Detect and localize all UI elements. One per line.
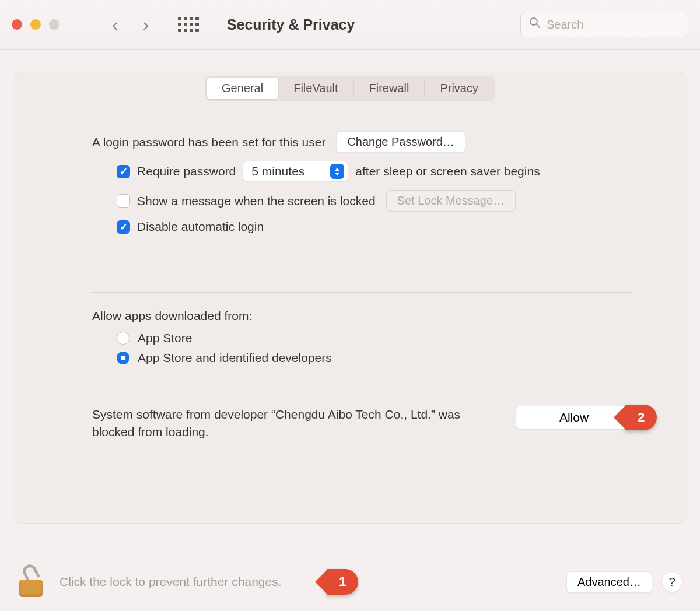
tab-firewall[interactable]: Firewall <box>354 78 425 99</box>
require-password-delay-value: 5 minutes <box>251 164 304 178</box>
traffic-lights <box>12 19 60 30</box>
disable-auto-login-label: Disable automatic login <box>137 220 264 234</box>
show-all-prefs-icon[interactable] <box>178 17 199 32</box>
require-password-suffix: after sleep or screen saver begins <box>355 164 540 178</box>
require-password-delay-select[interactable]: 5 minutes <box>243 161 348 182</box>
radio-app-store[interactable] <box>117 332 130 345</box>
require-password-prefix: Require password <box>137 164 236 178</box>
svg-point-0 <box>530 18 537 25</box>
blocked-software-message: System software from developer “Chengdu … <box>92 406 498 441</box>
blocked-software-row: System software from developer “Chengdu … <box>92 406 632 441</box>
allow-apps-option-appstore: App Store <box>92 331 632 345</box>
advanced-button[interactable]: Advanced… <box>566 571 652 593</box>
close-window-button[interactable] <box>12 19 22 30</box>
tab-general[interactable]: General <box>206 78 278 99</box>
login-password-row: A login password has been set for this u… <box>92 131 632 153</box>
nav-arrows: ‹ › <box>112 15 149 34</box>
footer-bar: Click the lock to prevent further change… <box>0 553 700 611</box>
annotation-1: 1 <box>327 569 358 595</box>
tab-bar: General FileVault Firewall Privacy <box>40 72 660 101</box>
allow-apps-heading-row: Allow apps downloaded from: <box>92 309 632 323</box>
radio-identified-devs[interactable] <box>117 352 130 364</box>
back-button[interactable]: ‹ <box>112 15 118 34</box>
window-title: Security & Privacy <box>227 16 520 33</box>
general-content: A login password has been set for this u… <box>40 101 660 441</box>
annotation-2: 2 <box>625 405 657 430</box>
show-message-label: Show a message when the screen is locked <box>137 194 376 208</box>
svg-line-1 <box>537 24 540 27</box>
preferences-pane: General FileVault Firewall Privacy A log… <box>13 72 687 524</box>
radio-app-store-label: App Store <box>138 331 192 345</box>
help-button[interactable]: ? <box>662 571 682 592</box>
allow-apps-heading: Allow apps downloaded from: <box>92 309 252 323</box>
section-divider <box>92 292 632 293</box>
allow-apps-option-identified: App Store and identified developers <box>92 351 632 365</box>
radio-identified-devs-label: App Store and identified developers <box>138 351 332 365</box>
search-field-wrap[interactable] <box>520 12 688 37</box>
disable-auto-login-row: Disable automatic login <box>92 220 632 234</box>
disable-auto-login-checkbox[interactable] <box>117 220 130 234</box>
forward-button[interactable]: › <box>143 15 149 34</box>
lock-icon[interactable] <box>18 567 44 597</box>
minimize-window-button[interactable] <box>30 19 41 30</box>
segmented-control: General FileVault Firewall Privacy <box>205 76 495 101</box>
lock-hint-text: Click the lock to prevent further change… <box>60 575 566 589</box>
login-password-text: A login password has been set for this u… <box>92 135 326 149</box>
select-stepper-icon <box>330 164 344 179</box>
require-password-checkbox[interactable] <box>117 165 130 178</box>
set-lock-message-button: Set Lock Message… <box>386 190 516 212</box>
change-password-button[interactable]: Change Password… <box>336 131 465 153</box>
tab-filevault[interactable]: FileVault <box>278 78 353 99</box>
show-message-row: Show a message when the screen is locked… <box>92 190 632 212</box>
window-toolbar: ‹ › Security & Privacy <box>0 0 700 50</box>
search-input[interactable] <box>547 18 680 31</box>
maximize-window-button[interactable] <box>49 19 60 30</box>
show-message-checkbox[interactable] <box>117 194 130 208</box>
tab-privacy[interactable]: Privacy <box>424 78 494 99</box>
require-password-row: Require password 5 minutes after sleep o… <box>92 161 632 182</box>
search-icon <box>529 17 541 32</box>
